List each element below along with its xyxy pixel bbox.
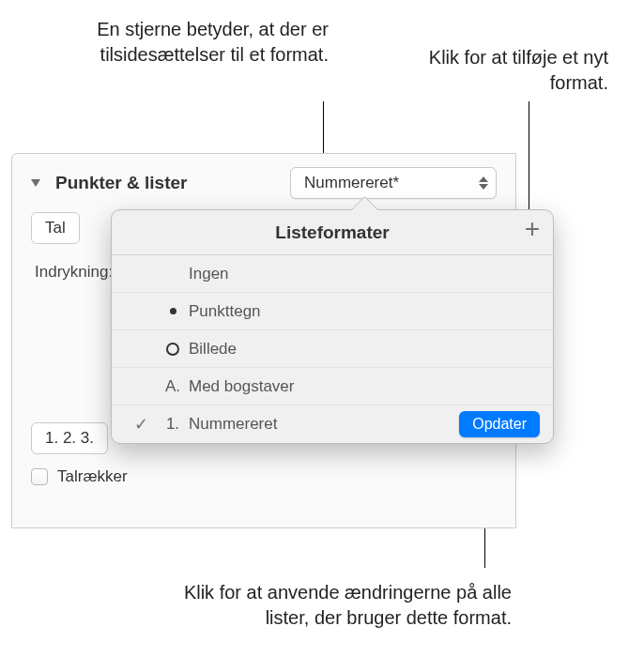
list-format-label: Nummereret bbox=[189, 415, 459, 434]
callout-add-format: Klik for at tilføje et nyt format. bbox=[392, 45, 608, 96]
callout-update: Klik for at anvende ændringerne på alle … bbox=[155, 580, 512, 631]
list-type-dropdown[interactable]: Tal bbox=[31, 212, 80, 244]
number-sequence-checkbox[interactable] bbox=[31, 468, 48, 485]
update-format-button[interactable]: Opdater bbox=[459, 411, 540, 437]
list-style-dropdown[interactable]: Nummereret* bbox=[290, 167, 497, 199]
bullet-dot-icon bbox=[157, 308, 189, 314]
list-format-label: Billede bbox=[189, 340, 540, 359]
list-format-row[interactable]: ✓1.NummereretOpdater bbox=[112, 405, 553, 443]
section-title: Punkter & lister bbox=[55, 173, 187, 193]
numbering-format-dropdown[interactable]: 1. 2. 3. bbox=[31, 422, 108, 454]
list-format-row[interactable]: Punkttegn bbox=[112, 293, 553, 330]
list-prefix: A. bbox=[157, 377, 189, 396]
list-format-row[interactable]: A.Med bogstaver bbox=[112, 368, 553, 405]
stepper-chevrons-icon bbox=[468, 176, 488, 190]
checkmark-icon: ✓ bbox=[125, 414, 157, 435]
callout-asterisk: En stjerne betyder, at der er tilsidesæt… bbox=[47, 17, 329, 68]
add-format-button[interactable]: + bbox=[525, 216, 540, 242]
numbering-format-value: 1. 2. 3. bbox=[45, 429, 94, 448]
number-sequence-label: Talrækker bbox=[57, 467, 128, 486]
list-format-label: Punkttegn bbox=[189, 302, 540, 321]
disclosure-triangle-icon[interactable] bbox=[31, 179, 40, 187]
list-format-row[interactable]: Ingen bbox=[112, 255, 553, 293]
list-formats-popover: Listeformater + IngenPunkttegnBilledeA.M… bbox=[111, 209, 554, 444]
list-prefix: 1. bbox=[157, 415, 189, 434]
list-format-row[interactable]: Billede bbox=[112, 330, 553, 368]
popover-title: Listeformater bbox=[275, 222, 389, 243]
list-type-value: Tal bbox=[45, 219, 66, 237]
image-bullet-icon bbox=[157, 343, 189, 356]
list-style-value: Nummereret* bbox=[304, 174, 399, 192]
list-format-label: Med bogstaver bbox=[189, 377, 540, 396]
list-format-label: Ingen bbox=[189, 265, 540, 283]
